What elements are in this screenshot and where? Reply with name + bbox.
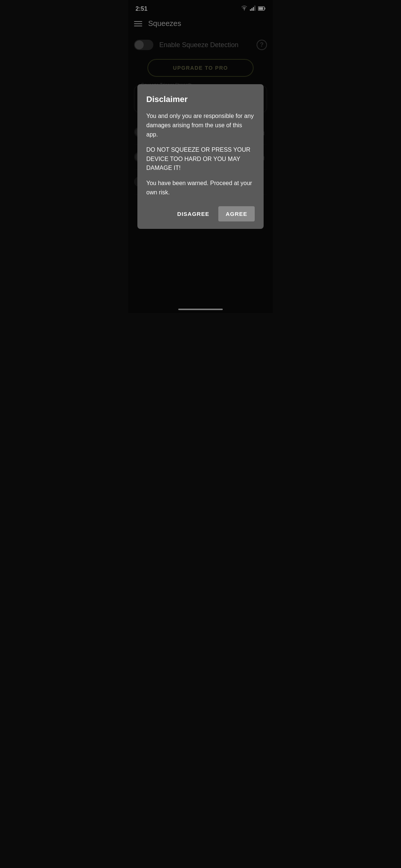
modal-paragraph-3: You have been warned. Proceed at your ow… xyxy=(146,179,255,197)
agree-button[interactable]: AGREE xyxy=(218,206,255,221)
modal-body: You and only you are responsible for any… xyxy=(146,112,255,197)
modal-paragraph-1: You and only you are responsible for any… xyxy=(146,112,255,139)
modal-actions: DISAGREE AGREE xyxy=(146,206,255,221)
modal-paragraph-2: DO NOT SQUEEZE OR PRESS YOUR DEVICE TOO … xyxy=(146,145,255,173)
disclaimer-modal: Disclaimer You and only you are responsi… xyxy=(137,84,264,228)
disagree-button[interactable]: DISAGREE xyxy=(171,206,215,221)
modal-title: Disclaimer xyxy=(146,95,255,104)
modal-overlay: Disclaimer You and only you are responsi… xyxy=(128,0,273,313)
